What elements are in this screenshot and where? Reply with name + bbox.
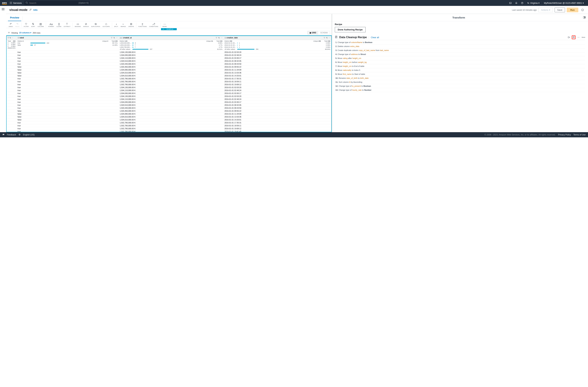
- info-link[interactable]: Info: [33, 9, 38, 11]
- tab-preview[interactable]: Preview: [8, 15, 21, 21]
- recipe-step[interactable]: 13. Change type of hourly_rate to Number: [335, 88, 585, 92]
- table-row[interactable]: false1,504,090,000.00 K2016-01-01 11:34:…: [7, 112, 331, 115]
- sort-icon[interactable]: ⇅: [9, 37, 11, 39]
- search-input[interactable]: [29, 2, 77, 4]
- filter-icon[interactable]: ▽: [111, 37, 112, 39]
- aws-logo[interactable]: aws: [2, 1, 7, 4]
- view-schema[interactable]: SCHEMA: [318, 31, 330, 34]
- copy-steps-icon[interactable]: [572, 36, 576, 39]
- filter-icon[interactable]: ▽: [324, 37, 325, 39]
- table-row[interactable]: false1,503,350,000.00 K2016-01-01 09:55:…: [7, 109, 331, 112]
- tool-invalid[interactable]: ⊘INVALID: [82, 22, 90, 28]
- recipe-step[interactable]: 4. Change type of address to Struct: [335, 52, 585, 56]
- table-row[interactable]: true1,503,510,000.00 K2016-01-01 08:32:0…: [7, 103, 331, 106]
- table-row[interactable]: false1,504,010,000.00 K2016-01-01 14:20:…: [7, 74, 331, 77]
- tool-filter[interactable]: ▽FILTER: [23, 22, 30, 28]
- tool-merge[interactable]: ⫟MERGE: [120, 22, 127, 28]
- bell-icon[interactable]: [513, 0, 519, 6]
- filter-icon[interactable]: ▽: [216, 37, 217, 39]
- table-row[interactable]: true1,503,440,000.00 K2016-01-01 08:43:5…: [7, 62, 331, 65]
- columns-dropdown[interactable]: 23 columns ▾: [19, 32, 31, 34]
- view-grid[interactable]: ▦ GRID: [308, 31, 318, 34]
- table-row[interactable]: true1,504,030,000.00 K2016-01-01 03:30:1…: [7, 92, 331, 95]
- table-row[interactable]: true1,502,780,000.00 K2016-01-01 17:35:3…: [7, 121, 331, 124]
- sort-icon[interactable]: ⇅: [113, 37, 115, 39]
- table-row[interactable]: true1,502,780,000.00 K2016-01-01 19:08:1…: [7, 127, 331, 130]
- recipe-step[interactable]: 6. Move height_cm before weight_kg: [335, 60, 585, 64]
- more-icon[interactable]: ⋯: [329, 37, 330, 39]
- table-row[interactable]: true1,504,130,000.00 K2016-01-01 02:03:2…: [7, 86, 331, 89]
- table-row[interactable]: false1,504,010,000.00 K2016-01-01 13:33:…: [7, 71, 331, 74]
- actions-button[interactable]: Actions ▾: [538, 8, 553, 12]
- tool-undo[interactable]: ↶UNDO: [8, 22, 14, 28]
- more-icon[interactable]: ⋯: [11, 37, 13, 39]
- tool-redo[interactable]: ↷REDO: [14, 22, 21, 28]
- run-button[interactable]: Run: [567, 8, 578, 12]
- sample-badge[interactable]: ✂ SAMPLE: [161, 28, 177, 30]
- table-row[interactable]: false1,504,010,000.00 K2016-01-01 13:33:…: [7, 115, 331, 118]
- tool-missing[interactable]: ▭MISSING: [74, 22, 82, 28]
- search-box[interactable]: [Option+S]: [24, 1, 90, 5]
- table-row[interactable]: true1,503,440,000.00 K2016-01-01 08:43:5…: [7, 106, 331, 109]
- more-icon[interactable]: ⋯: [221, 37, 222, 39]
- recipe-step[interactable]: 10. Rename date_of_birth to birth_date: [335, 76, 585, 80]
- save-button[interactable]: Save: [555, 8, 565, 12]
- recipe-step[interactable]: 5. Move rating after height_cm: [335, 56, 585, 60]
- language-link[interactable]: English (US): [23, 134, 35, 136]
- table-row[interactable]: true1,504,110,000.00 K2016-01-01 03:30:1…: [7, 57, 331, 59]
- table-row[interactable]: true1,502,780,000.00 K2016-01-01 17:35:3…: [7, 77, 331, 80]
- done-authoring-button[interactable]: Done Authoring Recipe: [335, 27, 366, 32]
- more-icon[interactable]: ⋯: [577, 36, 580, 39]
- table-row[interactable]: true1,502,780,000.00 K2016-01-01 19:08:1…: [7, 83, 331, 86]
- tool-conditions[interactable]: ⎇CONDITIONS: [148, 22, 159, 28]
- table-row[interactable]: true1,502,780,000.00 K2016-01-01 18:59:1…: [7, 124, 331, 127]
- sort-icon[interactable]: ⇅: [326, 37, 328, 39]
- table-row[interactable]: true1,502,780,000.00 K2016-01-01 18:59:1…: [7, 80, 331, 83]
- tool-duplicates[interactable]: ⧉DUPLICATES: [90, 22, 101, 28]
- tool-split[interactable]: ⫞SPLIT: [113, 22, 119, 28]
- services-menu[interactable]: Services: [10, 2, 22, 4]
- tool-functions[interactable]: ΣFUNCTIONS: [137, 22, 148, 28]
- table-row[interactable]: true1,504,130,000.00 K2016-01-01 02:03:2…: [7, 95, 331, 98]
- recipe-step[interactable]: 12. Change type of is_present to Boolean: [335, 84, 585, 88]
- data-grid[interactable]: ▽ ⇅ ⋯☑ rated▽⇅⋯ABC created_at▽⇅⋯◷ creati…: [6, 36, 332, 132]
- table-row[interactable]: true1,504,110,000.00 K2016-01-01 02:48:2…: [7, 98, 331, 100]
- table-row[interactable]: false1,503,350,000.00 K2016-01-01 09:55:…: [7, 65, 331, 68]
- region-selector[interactable]: N. Virginia ▾: [525, 0, 542, 6]
- tool-clean[interactable]: A̲CLEAN: [56, 22, 63, 28]
- tool-more[interactable]: ⋯MORE: [162, 22, 168, 28]
- panel-collapse-icon[interactable]: [583, 16, 586, 19]
- table-row[interactable]: true1,503,510,000.00 K2016-01-01 08:32:0…: [7, 59, 331, 62]
- cloudshell-icon[interactable]: [507, 0, 513, 6]
- recipe-step[interactable]: 3. Create duplicate column copy_of_last_…: [335, 48, 585, 52]
- recipe-step[interactable]: 7. Move height_cm to End of table: [335, 64, 585, 68]
- table-row[interactable]: true1,504,030,000.00 K2016-01-01 03:30:1…: [7, 100, 331, 103]
- tool-format[interactable]: AaFORMAT: [47, 22, 55, 28]
- feedback-link[interactable]: Feedback: [7, 134, 16, 136]
- hamburger-menu[interactable]: [0, 6, 6, 132]
- privacy-link[interactable]: Privacy Policy: [558, 134, 571, 136]
- edit-icon[interactable]: [29, 8, 32, 11]
- table-row[interactable]: false1,504,010,000.00 K2016-01-01 14:20:…: [7, 118, 331, 121]
- recipe-step[interactable]: 2. Delete column extra_data: [335, 44, 585, 48]
- tool-sort[interactable]: ⇅SORT: [30, 22, 36, 28]
- recipe-step[interactable]: 8. Move nationality to Index 5: [335, 68, 585, 72]
- account-menu[interactable]: MyRole/AWSUser @ 0123-4567-8901 ▾: [542, 0, 586, 6]
- info-panel-icon[interactable]: [580, 9, 585, 11]
- filter-icon[interactable]: ▽: [8, 37, 9, 39]
- recipe-step[interactable]: 9. Move first_name to Start of table: [335, 72, 585, 76]
- recipe-step[interactable]: 11. Sort column A by Ascending: [335, 80, 585, 84]
- tool-extract[interactable]: ⤒EXTRACT: [63, 22, 71, 28]
- import-steps-icon[interactable]: [567, 36, 571, 39]
- table-row[interactable]: true1,504,110,000.00 K2016-01-01 02:48:2…: [7, 89, 331, 92]
- clear-all-link[interactable]: Clear all: [371, 36, 379, 39]
- table-row[interactable]: true1,502,780,000.00 K2016-01-01 19:41:4…: [7, 130, 331, 132]
- more-icon[interactable]: ⋯: [116, 37, 118, 39]
- table-row[interactable]: true1,504,030,000.00 K2016-01-01 02:48:2…: [7, 54, 331, 57]
- sort-icon[interactable]: ⇅: [218, 37, 220, 39]
- terms-link[interactable]: Terms of Use: [573, 134, 586, 136]
- table-row[interactable]: true1,504,130,000.00 K2016-01-01 02:03:2…: [7, 51, 331, 54]
- column-header[interactable]: ABC created_at▽⇅⋯: [119, 36, 223, 40]
- tool-column[interactable]: ▥COLUMN: [37, 22, 45, 28]
- tool-create[interactable]: ⊞CREATE: [127, 22, 135, 28]
